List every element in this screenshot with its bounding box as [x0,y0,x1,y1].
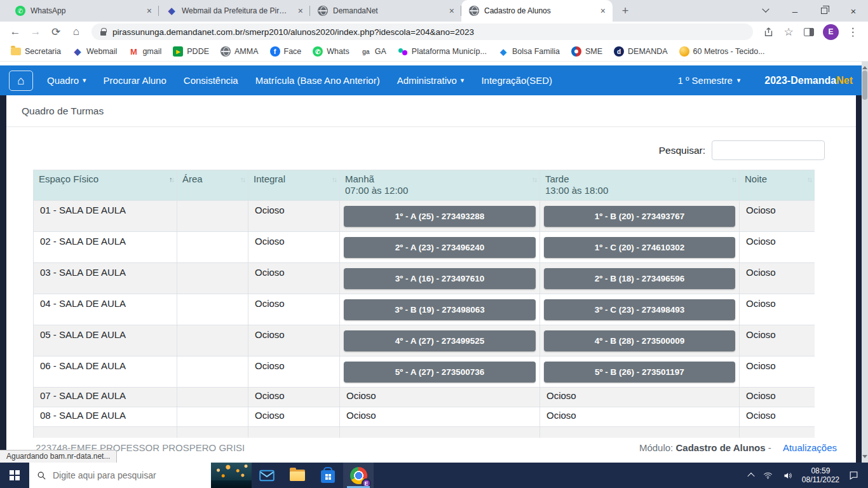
browser-tab[interactable]: DemandaNet × [310,0,461,22]
bookmark-item-whatsapp[interactable]: ✆ Whats [308,44,353,58]
nav-home-button[interactable]: ⌂ [9,71,33,91]
quadro-table: Espaço Físico ↑↓ Área ↑↓ Integral ↑↓ Man… [33,170,815,438]
cell-integral: Ocioso [248,407,340,427]
bookmark-item-facebook[interactable]: f Face [266,44,306,58]
volume-icon[interactable] [782,471,793,480]
bookmark-item-gem[interactable]: ◆ Webmail [68,44,121,58]
tab-search-button[interactable] [751,0,780,22]
turma-button[interactable]: 3º - B (19) - 273498063 [344,299,536,320]
updates-link[interactable]: Atualizações [783,442,837,453]
taskbar-search-input[interactable] [53,470,193,480]
column-label: Manhã [345,173,534,184]
restore-button[interactable] [810,0,839,22]
browser-tab[interactable]: Cadastro de Alunos × [461,0,613,22]
search-input[interactable] [712,140,825,160]
chrome-app-icon[interactable]: E [343,463,374,488]
address-bar[interactable]: pirassununga.demandanet.com.br/smerp2010… [92,24,753,40]
close-window-button[interactable]: × [839,0,868,22]
back-button[interactable]: ← [6,23,24,41]
bookmark-item-folder[interactable]: Secretaria [6,45,65,58]
new-tab-button[interactable]: + [616,2,634,20]
turma-button[interactable]: 3º - C (23) - 273498493 [544,299,735,320]
lock-icon [100,31,106,36]
scroll-up-arrow[interactable] [862,64,867,69]
turma-button[interactable]: 1º - C (20) - 274610302 [544,237,735,258]
nav-item-administrativo[interactable]: Administrativo ▾ [397,75,465,86]
bookmark-item-gmail[interactable]: M gmail [124,44,166,58]
bookmark-item-coin[interactable]: 60 Metros - Tecido... [675,44,770,58]
bookmark-item-sme[interactable]: SME [567,44,607,58]
file-explorer-icon[interactable] [282,463,313,488]
turma-button[interactable]: 5º - A (27) - 273500736 [344,362,536,383]
caret-down-icon: ▾ [461,76,465,85]
action-center-icon[interactable] [848,470,859,480]
bookmark-item-pdde[interactable]: ▶ PDDE [168,44,214,58]
nav-item-integra-o-sed[interactable]: Integração(SED) [481,75,552,86]
tab-close-icon[interactable]: × [599,6,607,16]
scroll-down-arrow[interactable] [862,455,867,461]
turma-button[interactable]: 5º - B (26) - 273501197 [544,362,735,383]
column-header[interactable]: Espaço Físico ↑↓ [34,170,177,201]
column-header[interactable]: Integral ↑↓ [248,170,340,201]
tab-close-icon[interactable]: × [296,6,305,16]
turma-button[interactable]: 1º - B (20) - 273493767 [544,206,735,227]
news-widget-thumbnail[interactable] [211,463,252,488]
bookmark-item-ga[interactable]: ga GA [356,44,391,58]
column-header[interactable]: Noite ↑↓ [740,170,815,201]
forward-button[interactable]: → [27,23,44,41]
semester-dropdown[interactable]: 1 º Semestre ▾ [677,75,740,86]
column-header[interactable]: Área ↑↓ [177,170,248,201]
bookmark-item-demanda[interactable]: d DEMANDA [609,44,672,58]
bookmark-star-icon[interactable]: ☆ [780,23,797,41]
microsoft-store-icon[interactable] [313,463,343,488]
nav-item-matr-cula-base-ano-anterior[interactable]: Matrícula (Base Ano Anterior) [255,75,380,86]
mail-app-icon[interactable] [252,463,282,488]
profile-avatar[interactable]: E [823,24,839,40]
taskbar-search[interactable] [29,463,211,488]
minimize-button[interactable]: – [780,0,810,22]
turma-button[interactable]: 3º - A (16) - 273497610 [344,268,536,289]
nav-item-procurar-aluno[interactable]: Procurar Aluno [104,75,166,86]
bookmark-label: SME [585,47,602,56]
turma-button[interactable]: 2º - A (23) - 273496240 [344,237,536,258]
bookmark-item-globe[interactable]: AMMA [216,44,263,58]
browser-tab[interactable]: ✆ WhatsApp × [8,0,159,22]
table-wrapper: Espaço Físico ↑↓ Área ↑↓ Integral ↑↓ Man… [33,170,815,438]
pdde-icon: ▶ [173,46,183,57]
share-icon[interactable] [759,23,777,41]
cell-espaco: 03 - SALA DE AULA [34,263,177,294]
tray-chevron-up-icon[interactable] [747,473,754,480]
turma-button[interactable]: 4º - B (28) - 273500009 [544,330,735,351]
cell-espaco: 06 - SALA DE AULA [34,356,177,388]
turma-button[interactable]: 2º - B (18) - 273496596 [544,268,735,289]
cell-manha: 2º - A (23) - 273496240 [340,232,540,263]
wifi-icon[interactable] [763,471,773,480]
nav-item-quadro[interactable]: Quadro ▾ [47,75,86,86]
turma-button[interactable]: 4º - A (27) - 273499525 [344,330,536,351]
side-panel-icon[interactable] [800,23,818,41]
taskbar-clock[interactable]: 08:59 08/11/2022 [802,466,839,484]
browser-tab[interactable]: ◆ Webmail da Prefeitura de Pirassu × [159,0,310,22]
cell-manha: Ocioso [340,407,540,427]
cell-integral: Ocioso [248,388,340,407]
tab-close-icon[interactable]: × [447,6,456,16]
column-header[interactable]: Manhã 07:00 às 12:00 ↑↓ [340,170,540,201]
scrollbar-thumb[interactable] [862,71,867,100]
page-scrollbar[interactable] [862,62,868,463]
cell-integral: Ocioso [248,201,340,232]
home-button[interactable]: ⌂ [67,23,85,41]
bookmark-item-dots[interactable]: Plataforma Municíp... [393,44,491,58]
bookmark-item-diamond[interactable]: ◆ Bolsa Familia [494,44,564,58]
menu-kebab-icon[interactable]: ⋮ [844,23,862,41]
column-label: Espaço Físico [39,173,172,184]
tab-close-icon[interactable]: × [145,6,154,16]
bookmark-label: Face [284,47,302,56]
reload-button[interactable]: ⟳ [47,23,65,41]
turma-button[interactable]: 1º - A (25) - 273493288 [344,206,536,227]
tab-title: Webmail da Prefeitura de Pirassu [182,6,291,15]
cell-integral: Ocioso [248,232,340,263]
column-header[interactable]: Tarde 13:00 às 18:00 ↑↓ [540,170,740,201]
nav-item-consist-ncia[interactable]: Consistência [184,75,238,86]
cell-area [177,232,248,263]
start-button[interactable] [0,463,29,488]
